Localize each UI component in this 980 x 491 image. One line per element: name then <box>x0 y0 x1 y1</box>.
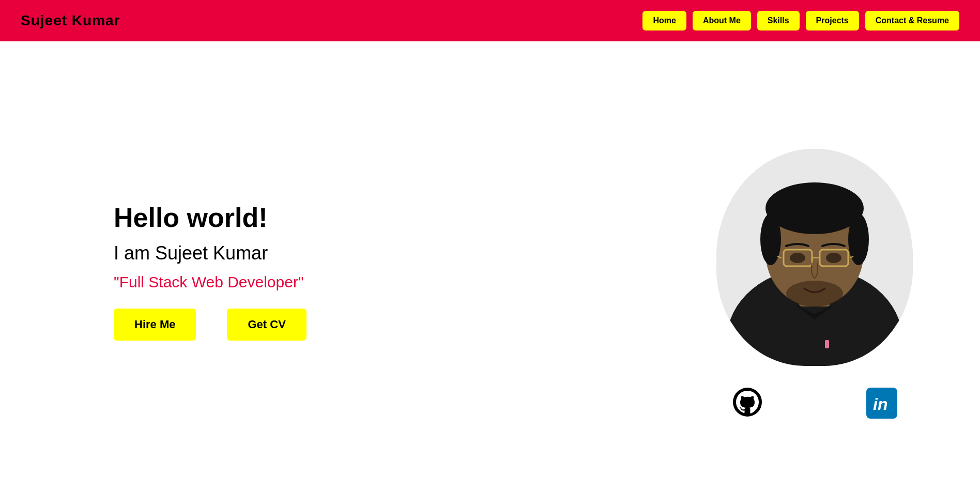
linkedin-link[interactable]: in <box>866 388 897 419</box>
social-icons: in <box>732 387 897 420</box>
nav-about-button[interactable]: About Me <box>693 11 751 30</box>
get-cv-button[interactable]: Get CV <box>227 309 306 341</box>
profile-image-wrapper <box>711 123 918 366</box>
svg-text:in: in <box>873 395 887 413</box>
hero-role: "Full Stack Web Developer" <box>114 273 307 291</box>
nav-contact-button[interactable]: Contact & Resume <box>865 11 959 30</box>
hero-left-content: Hello world! I am Sujeet Kumar "Full Sta… <box>114 202 307 341</box>
nav-home-button[interactable]: Home <box>642 11 686 30</box>
hero-intro: I am Sujeet Kumar <box>114 242 307 264</box>
svg-point-14 <box>786 281 843 306</box>
github-link[interactable] <box>732 387 763 420</box>
linkedin-icon: in <box>866 388 897 419</box>
hero-greeting: Hello world! <box>114 202 307 233</box>
svg-rect-15 <box>825 340 829 348</box>
site-brand: Sujeet Kumar <box>21 12 120 29</box>
hero-section: Hello world! I am Sujeet Kumar "Full Sta… <box>0 41 980 491</box>
nav-links: Home About Me Skills Projects Contact & … <box>642 11 959 30</box>
hero-right-content: in <box>711 123 918 420</box>
nav-projects-button[interactable]: Projects <box>806 11 859 30</box>
svg-point-5 <box>760 213 781 265</box>
nav-skills-button[interactable]: Skills <box>757 11 800 30</box>
svg-point-4 <box>765 182 864 234</box>
navbar: Sujeet Kumar Home About Me Skills Projec… <box>0 0 980 41</box>
profile-svg <box>716 149 913 366</box>
hero-buttons: Hire Me Get CV <box>114 309 307 341</box>
hire-me-button[interactable]: Hire Me <box>114 309 196 341</box>
github-icon <box>732 387 763 418</box>
svg-point-12 <box>790 253 805 263</box>
profile-circle <box>716 149 913 366</box>
svg-point-13 <box>826 253 841 263</box>
